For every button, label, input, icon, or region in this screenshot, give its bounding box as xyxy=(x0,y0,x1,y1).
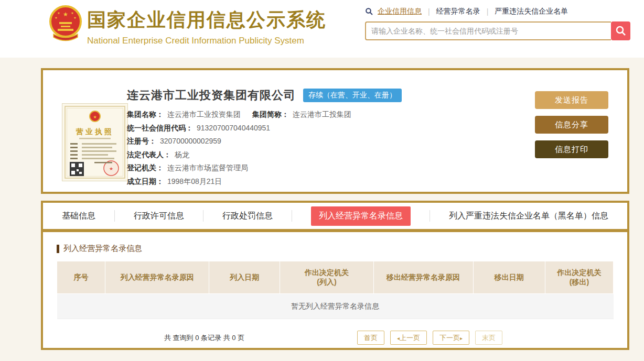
last-page-button[interactable]: 末页 xyxy=(475,331,502,345)
first-page-button[interactable]: 首页 xyxy=(357,331,384,345)
tab-basic-info[interactable]: 基础信息 xyxy=(62,211,95,222)
section-title-marker xyxy=(57,245,59,253)
field-label: 登记机关： xyxy=(127,163,164,172)
field-label: 注册号： xyxy=(127,137,156,145)
share-info-button[interactable]: 信息分享 xyxy=(535,116,608,134)
tab-bar: 基础信息 行政许可信息 行政处罚信息 列入经营异常名录信息 列入严重违法失信企业… xyxy=(43,203,627,229)
info-row-credit-code: 统一社会信用代码：913207007040440951 xyxy=(127,122,402,135)
table-empty-row: 暂无列入经营异常名录信息 xyxy=(57,294,614,319)
info-row-registration-authority: 登记机关：连云港市市场监督管理局 xyxy=(127,161,402,175)
info-row-registration-number: 注册号：320700000002959 xyxy=(127,135,402,148)
license-qr-code xyxy=(70,162,84,176)
svg-text:★: ★ xyxy=(71,12,73,15)
table-header-row: 序号 列入经营异常名录原因 列入日期 作出决定机关 (列入) 移出经营异常名录原… xyxy=(57,261,614,294)
national-emblem-logo: ★ ★ ★ ★ ★ xyxy=(48,5,83,42)
tab-divider xyxy=(430,210,430,222)
tab-divider xyxy=(292,210,292,222)
col-header-removal-reason: 移出经营异常名录原因 xyxy=(373,261,473,294)
status-badge: 存续（在营、开业、在册） xyxy=(303,89,402,102)
tab-abnormal-operations[interactable]: 列入经营异常名录信息 xyxy=(311,206,411,226)
svg-text:★: ★ xyxy=(55,16,57,19)
field-value: 连云港市工投集团 xyxy=(293,110,351,118)
field-value: 913207007040440951 xyxy=(197,124,270,132)
svg-text:★: ★ xyxy=(109,166,113,171)
prev-page-button[interactable]: ◂上一页 xyxy=(390,331,427,345)
field-label: 成立日期： xyxy=(127,177,164,185)
next-page-label: 下一页 xyxy=(439,334,460,342)
abnormal-operations-table: 序号 列入经营异常名录原因 列入日期 作出决定机关 (列入) 移出经营异常名录原… xyxy=(57,261,614,319)
record-count-summary: 共 查询到 0 条记录 共 0 页 xyxy=(164,333,244,343)
header-search-area: 企业信用信息 | 经营异常名录 | 严重违法失信企业名单 xyxy=(365,6,630,40)
site-title: 国家企业信用信息公示系统 xyxy=(87,7,326,33)
tab-divider xyxy=(114,210,115,222)
field-label: 集团名称： xyxy=(127,110,164,118)
col-header-inclusion-date: 列入日期 xyxy=(209,261,280,294)
nav-divider: | xyxy=(487,7,489,16)
col-header-removal-authority: 作出决定机关 (移出) xyxy=(545,261,613,294)
next-arrow-icon: ▸ xyxy=(460,335,463,341)
tab-serious-violations-blacklist[interactable]: 列入严重违法失信企业名单（黑名单）信息 xyxy=(449,211,608,222)
col-header-inclusion-authority: 作出决定机关 (列入) xyxy=(280,261,373,294)
svg-text:★: ★ xyxy=(57,12,60,15)
send-report-button[interactable]: 发送报告 xyxy=(535,91,608,109)
field-value: 杨龙 xyxy=(175,150,189,159)
svg-text:★: ★ xyxy=(73,16,76,19)
prev-page-label: 上一页 xyxy=(400,334,420,342)
action-buttons: 发送报告 信息分享 信息打印 xyxy=(535,91,608,165)
empty-message: 暂无列入经营异常名录信息 xyxy=(57,294,614,319)
nav-link-abnormal-operations[interactable]: 经营异常名录 xyxy=(436,7,480,16)
company-name: 连云港市工业投资集团有限公司 xyxy=(127,87,296,103)
site-subtitle: National Enterprise Credit Information P… xyxy=(87,36,326,46)
tab-administrative-penalty[interactable]: 行政处罚信息 xyxy=(222,211,273,222)
info-row-legal-representative: 法定代表人：杨龙 xyxy=(127,148,402,162)
next-page-button[interactable]: 下一页▸ xyxy=(433,331,469,345)
nav-link-enterprise-credit[interactable]: 企业信用信息 xyxy=(378,7,422,16)
license-title: 营业执照 xyxy=(76,127,114,136)
business-license-thumbnail[interactable]: ★ 营业执照 ★ xyxy=(62,103,128,181)
pagination-bar: 共 查询到 0 条记录 共 0 页 首页 ◂上一页 下一页▸ 末页 xyxy=(57,331,614,345)
col-header-removal-date: 移出日期 xyxy=(473,261,545,294)
company-summary-card: ★ 营业执照 ★ 连云港市工业投资集团有 xyxy=(41,68,629,194)
company-info-list: 集团名称：连云港市工业投资集团集团简称：连云港市工投集团 统一社会信用代码：91… xyxy=(127,108,402,188)
top-nav: 企业信用信息 | 经营异常名录 | 严重违法失信企业名单 xyxy=(365,6,630,17)
svg-text:★: ★ xyxy=(93,115,96,119)
field-value: 320700000002959 xyxy=(160,137,221,145)
info-row-establishment-date: 成立日期：1998年08月21日 xyxy=(127,175,402,189)
field-value: 连云港市市场监督管理局 xyxy=(167,163,248,172)
print-info-button[interactable]: 信息打印 xyxy=(535,140,608,158)
nav-divider: | xyxy=(428,7,430,16)
search-input[interactable] xyxy=(365,21,611,40)
nav-link-serious-violations[interactable]: 严重违法失信企业名单 xyxy=(495,7,568,16)
field-label: 法定代表人： xyxy=(127,150,171,159)
field-label: 集团简称： xyxy=(252,110,289,118)
tab-administrative-licensing[interactable]: 行政许可信息 xyxy=(134,211,184,222)
field-label: 统一社会信用代码： xyxy=(127,124,193,132)
search-icon xyxy=(615,25,627,37)
info-row-group-name: 集团名称：连云港市工业投资集团集团简称：连云港市工投集团 xyxy=(127,108,402,122)
col-header-index: 序号 xyxy=(57,261,105,294)
field-value: 连云港市工业投资集团 xyxy=(167,110,241,118)
site-header: ★ ★ ★ ★ ★ 国家企业信用信息公示系统 National Enterpri… xyxy=(0,0,644,58)
search-icon xyxy=(365,7,373,16)
search-button[interactable] xyxy=(611,21,630,40)
field-value: 1998年08月21日 xyxy=(167,177,222,185)
col-header-inclusion-reason: 列入经营异常名录原因 xyxy=(105,261,209,294)
section-title: 列入经营异常名录信息 xyxy=(63,244,142,254)
svg-text:★: ★ xyxy=(63,11,68,17)
detail-tabs-card: 基础信息 行政许可信息 行政处罚信息 列入经营异常名录信息 列入严重违法失信企业… xyxy=(41,201,629,350)
tab-divider xyxy=(203,210,203,222)
